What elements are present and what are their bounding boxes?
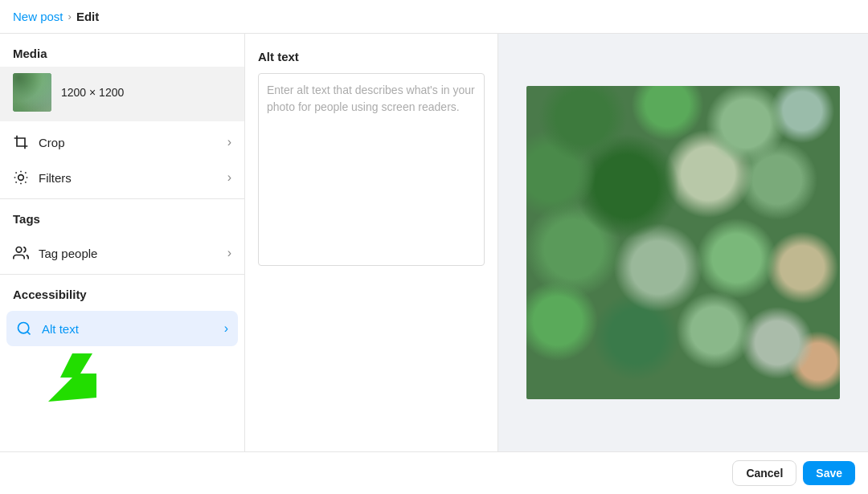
svg-point-0: [18, 175, 24, 181]
accessibility-section: Alt text ›: [0, 308, 244, 349]
accessibility-section-title: Accessibility: [0, 275, 244, 308]
main-layout: Media 1200 × 1200 Crop ›: [0, 34, 868, 451]
middle-panel: Alt text: [245, 34, 498, 451]
new-post-link[interactable]: New post: [13, 10, 63, 23]
search-icon: [16, 320, 32, 337]
crop-chevron: ›: [227, 135, 231, 149]
alt-text-panel-title: Alt text: [258, 50, 485, 63]
green-arrow-container: [24, 341, 244, 398]
svg-marker-4: [48, 353, 96, 402]
tag-people-chevron: ›: [227, 246, 231, 260]
media-section-title: Media: [0, 34, 244, 67]
page-title: Edit: [76, 10, 99, 23]
cancel-button[interactable]: Cancel: [732, 460, 796, 486]
media-item: 1200 × 1200: [0, 67, 244, 121]
tag-people-item-left: Tag people: [13, 245, 97, 261]
tag-people-icon: [13, 245, 29, 261]
filters-item-left: Filters: [13, 169, 72, 186]
tags-section: Tag people ›: [0, 232, 244, 275]
crop-section: Crop › Filters ›: [0, 121, 244, 199]
tags-section-title: Tags: [0, 199, 244, 232]
filters-icon: [13, 169, 29, 186]
tag-people-label: Tag people: [39, 247, 97, 260]
image-preview: [526, 86, 840, 399]
thumbnail-image: [13, 73, 51, 112]
crop-label: Crop: [39, 136, 65, 149]
crop-icon: [13, 134, 29, 150]
left-panel: Media 1200 × 1200 Crop ›: [0, 34, 245, 451]
filters-menu-item[interactable]: Filters ›: [0, 160, 244, 195]
alt-text-menu-item[interactable]: Alt text ›: [6, 311, 238, 346]
breadcrumb-chevron: ›: [68, 10, 72, 22]
alt-text-label: Alt text: [42, 322, 79, 336]
media-dimensions: 1200 × 1200: [61, 86, 124, 99]
svg-point-1: [16, 247, 22, 253]
green-arrow-icon: [24, 341, 104, 406]
crop-menu-item[interactable]: Crop ›: [0, 125, 244, 160]
tag-people-menu-item[interactable]: Tag people ›: [0, 235, 244, 271]
media-thumbnail: [13, 73, 51, 112]
filters-label: Filters: [39, 171, 72, 185]
crop-item-left: Crop: [13, 134, 65, 150]
footer: Cancel Save: [0, 451, 868, 494]
preview-image: [526, 86, 840, 399]
svg-point-2: [18, 323, 29, 333]
right-panel: [498, 34, 868, 451]
save-button[interactable]: Save: [803, 461, 855, 485]
alt-text-textarea[interactable]: [258, 73, 485, 266]
filters-chevron: ›: [227, 170, 231, 185]
svg-line-3: [27, 332, 31, 335]
header: New post › Edit: [0, 0, 868, 34]
alt-text-chevron: ›: [224, 321, 228, 336]
alt-text-item-left: Alt text: [16, 320, 79, 337]
